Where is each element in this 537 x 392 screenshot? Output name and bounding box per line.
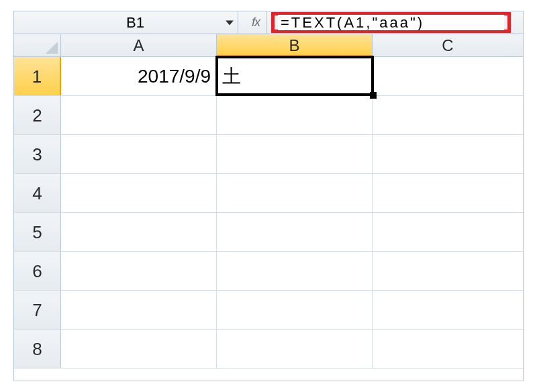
row-header-8[interactable]: 8 xyxy=(14,330,61,368)
cell-A8[interactable] xyxy=(61,330,217,368)
column-header-A[interactable]: A xyxy=(61,34,217,56)
cell-A1[interactable]: 2017/9/9 xyxy=(61,57,217,95)
row: 7 xyxy=(14,291,523,330)
cell-A5[interactable] xyxy=(61,213,217,251)
row-header-1[interactable]: 1 xyxy=(14,57,61,95)
cell-A7[interactable] xyxy=(61,291,217,329)
cell-B2[interactable] xyxy=(217,96,373,134)
column-header-B[interactable]: B xyxy=(217,34,373,56)
cell-C1[interactable] xyxy=(373,57,523,95)
row-header-2[interactable]: 2 xyxy=(14,96,61,134)
cell-A2[interactable] xyxy=(61,96,217,134)
select-all-corner[interactable] xyxy=(14,34,61,56)
cell-B8[interactable] xyxy=(217,330,373,368)
formula-input[interactable] xyxy=(278,15,504,30)
cell-A6[interactable] xyxy=(61,252,217,290)
row-header-3[interactable]: 3 xyxy=(14,135,61,173)
fx-label: fx xyxy=(252,15,260,30)
column-header-C[interactable]: C xyxy=(373,34,523,56)
cell-B3[interactable] xyxy=(217,135,373,173)
cell-B4[interactable] xyxy=(217,174,373,212)
spreadsheet-grid: 1 2017/9/9 土 2 3 4 xyxy=(14,57,523,369)
cell-C5[interactable] xyxy=(373,213,523,251)
name-box-container: B1 xyxy=(14,11,238,34)
cell-A3[interactable] xyxy=(61,135,217,173)
row: 6 xyxy=(14,252,523,291)
name-box[interactable]: B1 xyxy=(22,14,222,32)
formula-bar: B1 fx xyxy=(14,11,523,34)
row-header-4[interactable]: 4 xyxy=(14,174,61,212)
cell-C6[interactable] xyxy=(373,252,523,290)
cell-C8[interactable] xyxy=(373,330,523,368)
cell-C3[interactable] xyxy=(373,135,523,173)
row: 8 xyxy=(14,330,523,369)
row: 4 xyxy=(14,174,523,213)
row: 2 xyxy=(14,96,523,135)
cell-C4[interactable] xyxy=(373,174,523,212)
cell-B7[interactable] xyxy=(217,291,373,329)
chevron-down-icon xyxy=(226,19,234,27)
fx-button[interactable]: fx xyxy=(238,11,267,34)
formula-input-container xyxy=(267,11,523,34)
row: 1 2017/9/9 土 xyxy=(14,57,523,96)
column-headers: A B C xyxy=(14,34,523,57)
row: 3 xyxy=(14,135,523,174)
cell-B6[interactable] xyxy=(217,252,373,290)
cell-C2[interactable] xyxy=(373,96,523,134)
cell-C7[interactable] xyxy=(373,291,523,329)
row: 5 xyxy=(14,213,523,252)
cell-A4[interactable] xyxy=(61,174,217,212)
row-header-5[interactable]: 5 xyxy=(14,213,61,251)
cell-B5[interactable] xyxy=(217,213,373,251)
cell-B1[interactable]: 土 xyxy=(217,57,373,95)
name-box-dropdown[interactable] xyxy=(222,11,238,34)
fill-handle[interactable] xyxy=(370,92,377,99)
row-header-6[interactable]: 6 xyxy=(14,252,61,290)
row-header-7[interactable]: 7 xyxy=(14,291,61,329)
